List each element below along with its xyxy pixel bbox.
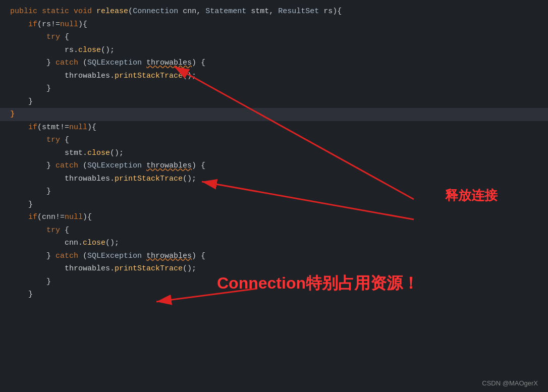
code-line-5: } catch (SQLException throwables) { [0, 57, 548, 70]
code-line-20: } catch (SQLException throwables) { [0, 250, 548, 263]
code-line-11: try { [0, 134, 548, 147]
code-line-13: } catch (SQLException throwables) { [0, 159, 548, 173]
annotation-connection-resource: Connection特别占用资源！ [217, 272, 419, 295]
code-line-18: try { [0, 224, 548, 237]
code-line-6: throwables.printStackTrace(); [0, 70, 548, 83]
code-line-2: if(rs!=null){ [0, 18, 548, 31]
annotation-release-connection: 释放连接 [445, 187, 498, 204]
code-line-4: rs.close(); [0, 44, 548, 57]
code-line-8: } [0, 95, 548, 108]
watermark: CSDN @MAOgerX [482, 379, 538, 387]
code-line-12: stmt.close(); [0, 147, 548, 160]
code-line-14: throwables.printStackTrace(); [0, 173, 548, 186]
code-line-10: if(stmt!=null){ [0, 121, 548, 134]
code-block: public static void release(Connection cn… [0, 0, 548, 306]
code-line-1: public static void release(Connection cn… [0, 5, 548, 18]
code-line-19: cnn.close(); [0, 237, 548, 250]
code-line-7: } [0, 82, 548, 95]
code-line-9: } [0, 108, 548, 121]
code-line-3: try { [0, 31, 548, 44]
code-line-17: if(cnn!=null){ [0, 211, 548, 224]
code-container: public static void release(Connection cn… [0, 0, 548, 392]
